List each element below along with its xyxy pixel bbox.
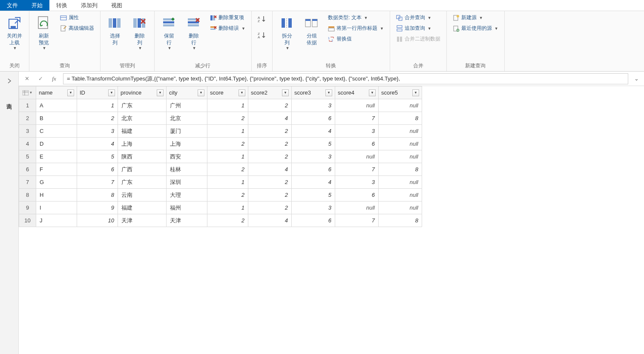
data-cell[interactable]: 2	[248, 189, 292, 201]
data-cell[interactable]: 4	[77, 138, 118, 150]
data-cell[interactable]: 北京	[167, 112, 207, 125]
row-number[interactable]: 4	[19, 138, 36, 150]
tab-file[interactable]: 文件	[0, 0, 25, 11]
data-cell[interactable]: 2	[248, 201, 292, 214]
tab-addcol[interactable]: 添加列	[74, 0, 104, 11]
row-number[interactable]: 1	[19, 99, 36, 112]
data-cell[interactable]: 大理	[167, 189, 207, 201]
column-header-ID[interactable]: ID▼	[77, 86, 118, 99]
data-cell[interactable]: 1	[207, 125, 248, 138]
data-cell[interactable]: 7	[77, 176, 118, 189]
data-cell[interactable]: 3	[335, 176, 379, 189]
data-cell[interactable]: null	[379, 176, 422, 189]
properties-button[interactable]: 属性	[58, 13, 97, 23]
replace-values-button[interactable]: 12 替换值	[325, 34, 386, 44]
refresh-preview-button[interactable]: 刷新预览 ▼	[33, 13, 55, 52]
data-cell[interactable]: 5	[292, 138, 335, 150]
data-cell[interactable]: 2	[248, 138, 292, 150]
data-cell[interactable]: 7	[335, 163, 379, 176]
data-cell[interactable]: 北京	[118, 112, 167, 125]
data-cell[interactable]: 4	[248, 163, 292, 176]
data-cell[interactable]: 上海	[118, 138, 167, 150]
data-cell[interactable]: 3	[77, 125, 118, 138]
data-cell[interactable]: 3	[292, 201, 335, 214]
data-cell[interactable]: 6	[77, 163, 118, 176]
filter-button[interactable]: ▼	[282, 89, 289, 96]
formula-confirm-button[interactable]: ✓	[36, 74, 45, 83]
filter-button[interactable]: ▼	[198, 89, 204, 96]
data-cell[interactable]: 桂林	[167, 163, 207, 176]
data-cell[interactable]: 2	[207, 189, 248, 201]
row-number[interactable]: 8	[19, 189, 36, 201]
data-type-button[interactable]: 数据类型: 文本 ▼	[325, 13, 386, 23]
merge-query-button[interactable]: 合并查询 ▼	[394, 13, 443, 23]
data-cell[interactable]: 厦门	[167, 125, 207, 138]
row-number[interactable]: 7	[19, 176, 36, 189]
filter-button[interactable]: ▼	[157, 89, 164, 96]
data-cell[interactable]: 5	[292, 189, 335, 201]
data-cell[interactable]: 3	[292, 150, 335, 163]
data-cell[interactable]: F	[36, 163, 77, 176]
group-by-button[interactable]: 分组依据	[301, 13, 323, 48]
data-cell[interactable]: null	[335, 150, 379, 163]
recent-source-button[interactable]: 最近使用的源 ▼	[450, 23, 501, 33]
data-cell[interactable]: 1	[207, 201, 248, 214]
data-cell[interactable]: null	[335, 201, 379, 214]
column-header-score3[interactable]: score3▼	[292, 86, 335, 99]
sort-desc-button[interactable]: ZA	[255, 29, 269, 42]
remove-columns-button[interactable]: 删除列 ▼	[129, 13, 151, 52]
column-header-score2[interactable]: score2▼	[248, 86, 292, 99]
data-cell[interactable]: 5	[77, 150, 118, 163]
data-cell[interactable]: 广东	[118, 176, 167, 189]
column-header-city[interactable]: city▼	[167, 86, 207, 99]
data-cell[interactable]: null	[379, 150, 422, 163]
data-cell[interactable]: 陕西	[118, 150, 167, 163]
formula-fx-button[interactable]: fx	[49, 74, 59, 83]
data-cell[interactable]: 2	[248, 150, 292, 163]
data-cell[interactable]: 1	[207, 176, 248, 189]
row-number[interactable]: 2	[19, 112, 36, 125]
formula-input[interactable]	[63, 73, 628, 84]
data-cell[interactable]: 福建	[118, 201, 167, 214]
data-cell[interactable]: 4	[292, 125, 335, 138]
tab-convert[interactable]: 转换	[49, 0, 74, 11]
data-cell[interactable]: null	[379, 189, 422, 201]
data-cell[interactable]: 6	[335, 189, 379, 201]
data-cell[interactable]: 广东	[118, 99, 167, 112]
data-cell[interactable]: 6	[292, 214, 335, 227]
row-number[interactable]: 10	[19, 214, 36, 227]
data-cell[interactable]: D	[36, 138, 77, 150]
data-cell[interactable]: 3	[292, 99, 335, 112]
remove-rows-button[interactable]: 删除行 ▼	[183, 13, 205, 52]
data-cell[interactable]: 云南	[118, 189, 167, 201]
tab-view[interactable]: 视图	[104, 0, 129, 11]
data-cell[interactable]: 2	[207, 214, 248, 227]
data-cell[interactable]: I	[36, 201, 77, 214]
row-number[interactable]: 5	[19, 150, 36, 163]
data-cell[interactable]: 广州	[167, 99, 207, 112]
data-cell[interactable]: null	[379, 125, 422, 138]
data-cell[interactable]: B	[36, 112, 77, 125]
data-cell[interactable]: null	[379, 138, 422, 150]
data-cell[interactable]: 8	[77, 189, 118, 201]
sort-asc-button[interactable]: AZ	[255, 13, 269, 26]
data-cell[interactable]: 2	[207, 163, 248, 176]
data-cell[interactable]: 10	[77, 214, 118, 227]
formula-cancel-button[interactable]: ✕	[22, 74, 32, 83]
split-column-button[interactable]: 拆分列 ▼	[276, 13, 298, 52]
data-cell[interactable]: H	[36, 189, 77, 201]
data-cell[interactable]: 1	[207, 150, 248, 163]
corner-cell[interactable]: ▼	[19, 86, 36, 99]
remove-errors-button[interactable]: 删除错误 ▼	[207, 23, 248, 33]
tab-home[interactable]: 开始	[25, 0, 49, 11]
data-cell[interactable]: 8	[379, 214, 422, 227]
formula-expand-button[interactable]: ⌄	[632, 75, 641, 82]
filter-button[interactable]: ▼	[412, 89, 419, 96]
remove-duplicates-button[interactable]: 删除重复项	[207, 13, 248, 23]
data-cell[interactable]: 2	[207, 138, 248, 150]
data-cell[interactable]: 6	[335, 138, 379, 150]
keep-rows-button[interactable]: 保留行 ▼	[158, 13, 180, 52]
data-cell[interactable]: 9	[77, 201, 118, 214]
new-source-button[interactable]: 新建源 ▼	[450, 13, 501, 23]
data-cell[interactable]: E	[36, 150, 77, 163]
